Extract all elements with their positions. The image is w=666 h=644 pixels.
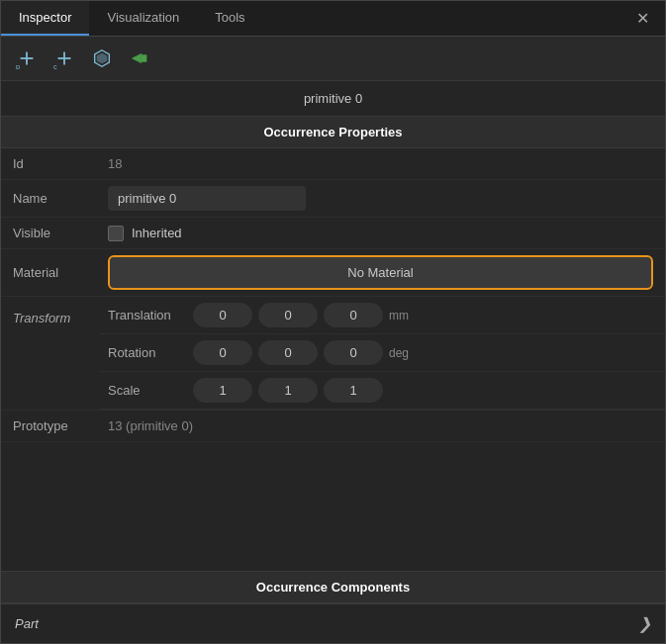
hex-button[interactable] [86,43,118,74]
content-area: primitive 0 Occurrence Properties Id 18 … [1,81,665,643]
svg-text:p: p [16,62,20,69]
material-label: Material [1,249,100,297]
name-input[interactable] [108,186,306,211]
occurrence-properties-header: Occurrence Properties [1,116,665,148]
part-row[interactable]: Part ❯ [1,603,665,643]
scale-label: Scale [108,383,187,398]
part-label: Part [15,616,39,631]
transform-value: Translation mm Rotation deg [100,297,665,411]
scale-z-input[interactable] [324,378,383,403]
transform-row: Transform Translation mm Rotation [1,297,665,411]
visible-checkbox[interactable] [108,226,124,241]
transform-label: Transform [1,297,100,411]
rotation-z-input[interactable] [324,340,383,365]
svg-rect-9 [142,54,147,61]
visible-row: Visible Inherited [1,218,665,249]
translation-row: Translation mm [100,297,665,334]
svg-text:c: c [53,62,57,69]
prototype-row: Prototype 13 (primitive 0) [1,411,665,442]
svg-marker-7 [97,53,106,62]
tab-bar: Inspector Visualization Tools ✕ [1,1,665,37]
tab-tools[interactable]: Tools [197,1,262,36]
scale-row: Scale [100,372,665,410]
rotation-y-input[interactable] [258,340,318,365]
rotation-unit: deg [389,346,419,360]
occurrence-components-header: Occurrence Components [1,571,665,603]
scale-x-input[interactable] [193,378,252,403]
close-button[interactable]: ✕ [630,9,655,29]
navigate-button[interactable] [124,43,155,74]
name-row: Name [1,180,665,218]
part-arrow-icon: ❯ [638,614,651,633]
translation-x-input[interactable] [193,303,252,327]
properties-table: Id 18 Name Visible Inherited [1,148,665,442]
visible-label: Visible [1,218,100,249]
add-component-button[interactable]: c [48,43,80,74]
material-row: Material No Material [1,249,665,297]
id-value: 18 [100,148,665,180]
tab-inspector[interactable]: Inspector [1,1,89,36]
translation-z-input[interactable] [324,303,383,327]
id-row: Id 18 [1,148,665,180]
rotation-x-input[interactable] [193,340,252,365]
translation-y-input[interactable] [258,303,318,327]
translation-label: Translation [108,308,187,322]
rotation-label: Rotation [108,345,187,360]
name-value [100,180,665,218]
prototype-label: Prototype [1,411,100,442]
translation-unit: mm [389,309,419,322]
name-label: Name [1,180,100,218]
spacer [1,442,665,571]
material-value: No Material [100,249,665,297]
scale-y-input[interactable] [258,378,318,403]
prototype-value: 13 (primitive 0) [100,411,665,442]
visible-value: Inherited [100,218,665,249]
inherited-label: Inherited [132,226,182,240]
material-button[interactable]: No Material [108,255,653,290]
id-label: Id [1,148,100,180]
rotation-row: Rotation deg [100,334,665,372]
inspector-window: Inspector Visualization Tools ✕ p c [0,0,666,644]
toolbar: p c [1,37,665,81]
add-primitive-button[interactable]: p [11,43,43,74]
visible-checkbox-row: Inherited [108,226,657,241]
primitive-title: primitive 0 [1,81,665,116]
tab-visualization[interactable]: Visualization [89,1,197,36]
svg-marker-8 [133,53,142,62]
